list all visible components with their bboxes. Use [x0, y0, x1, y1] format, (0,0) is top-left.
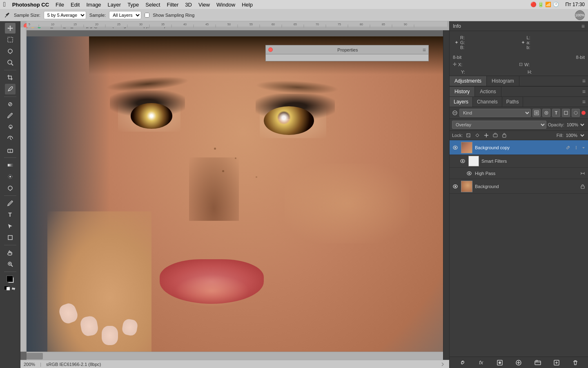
shape-tool[interactable]	[5, 232, 16, 243]
layer-visibility-background[interactable]	[452, 183, 459, 190]
add-style-btn[interactable]: fx	[477, 359, 485, 367]
layer-item-background[interactable]: Background	[450, 179, 588, 194]
svg-text:85: 85	[382, 23, 385, 26]
lock-icon-background	[580, 184, 586, 189]
layers-panel-menu[interactable]: ≡	[580, 97, 588, 107]
filter-smart-btn[interactable]	[572, 109, 580, 117]
history-panel-menu[interactable]: ≡	[580, 87, 588, 96]
show-sampling-ring-checkbox[interactable]	[145, 13, 149, 18]
type-tool[interactable]: T	[5, 209, 16, 220]
lock-artboard-btn[interactable]	[492, 132, 499, 139]
tab-actions[interactable]: Actions	[475, 87, 501, 96]
sample-size-select[interactable]: 5 by 5 Average	[44, 11, 86, 19]
add-mask-btn[interactable]	[496, 359, 504, 367]
image-menu[interactable]: Image	[86, 2, 101, 8]
add-adjustment-btn[interactable]	[514, 359, 523, 367]
lock-transparent-btn[interactable]	[465, 132, 472, 139]
lock-image-btn[interactable]	[474, 132, 481, 139]
create-group-btn[interactable]	[534, 359, 542, 367]
brush-tool[interactable]	[5, 110, 16, 121]
file-menu[interactable]: File	[56, 2, 64, 8]
svg-point-74	[576, 146, 577, 147]
window-menu[interactable]: Window	[216, 2, 235, 8]
info-panel-menu-icon[interactable]: ≡	[581, 23, 585, 29]
default-colors-icon[interactable]	[4, 286, 10, 290]
hand-tool[interactable]	[5, 247, 16, 258]
apple-menu[interactable]: 	[3, 1, 6, 8]
adjustments-panel-menu[interactable]: ≡	[580, 76, 588, 86]
layer-expand-icon[interactable]	[581, 146, 586, 150]
layer-visibility-smart-filters[interactable]	[459, 158, 466, 164]
layer-visibility-high-pass[interactable]	[466, 170, 472, 177]
history-panel: History Actions ≡	[450, 87, 588, 97]
swap-colors-icon[interactable]	[11, 286, 16, 291]
filter-shape-btn[interactable]	[562, 109, 570, 117]
tab-layers[interactable]: Layers	[450, 97, 473, 107]
fill-dropdown[interactable]: ▾	[580, 132, 586, 138]
marquee-tool[interactable]	[5, 34, 16, 45]
filter-text-btn[interactable]: T	[552, 109, 560, 117]
layer-item-high-pass[interactable]: High Pass	[450, 168, 588, 179]
gradient-tool[interactable]	[5, 160, 16, 171]
filter-options-icon[interactable]	[580, 171, 586, 176]
link-layers-btn[interactable]	[458, 359, 466, 367]
dodge-tool[interactable]	[5, 183, 16, 193]
eyedropper2-icon: ✦	[521, 40, 525, 45]
filter-adjustment-btn[interactable]	[542, 109, 550, 117]
filter-toggle-dot[interactable]	[581, 111, 586, 115]
layer-menu[interactable]: Layer	[108, 2, 121, 8]
opacity-dropdown[interactable]: ▾	[580, 122, 586, 128]
tab-paths[interactable]: Paths	[502, 97, 523, 107]
horizontal-scrollbar[interactable]	[27, 352, 449, 360]
status-arrow-icon[interactable]	[439, 361, 446, 368]
status-separator: |	[40, 362, 41, 367]
blur-tool[interactable]	[5, 171, 16, 182]
tool-divider-3	[4, 157, 16, 158]
help-menu[interactable]: Help	[242, 2, 253, 8]
app-menu[interactable]: Photoshop CC	[12, 2, 49, 8]
scrollbar-thumb[interactable]	[27, 353, 43, 359]
pen-tool[interactable]	[5, 198, 16, 209]
delete-layer-btn[interactable]	[571, 359, 579, 367]
path-selection-tool[interactable]	[5, 221, 16, 231]
layer-item-background-copy[interactable]: Background copy	[450, 140, 588, 155]
layer-visibility-background-copy[interactable]	[452, 144, 459, 151]
lasso-tool[interactable]	[5, 46, 16, 56]
zoom-tool[interactable]	[5, 259, 16, 269]
properties-menu-icon[interactable]: ≡	[423, 47, 426, 53]
edit-menu[interactable]: Edit	[71, 2, 80, 8]
layer-kind-select[interactable]: Kind	[459, 109, 531, 117]
eyedropper-tool[interactable]	[5, 84, 16, 94]
crop-tool[interactable]	[5, 72, 16, 83]
healing-brush-tool[interactable]	[5, 99, 16, 110]
filter-menu[interactable]: Filter	[167, 2, 178, 8]
tab-channels[interactable]: Channels	[473, 97, 502, 107]
view-menu[interactable]: View	[198, 2, 210, 8]
sample-select[interactable]: All Layers	[109, 11, 141, 19]
layer-item-smart-filters[interactable]: Smart Filters	[450, 155, 588, 168]
tab-adjustments[interactable]: Adjustments	[450, 76, 487, 86]
3d-menu[interactable]: 3D	[185, 2, 192, 8]
clone-stamp-tool[interactable]	[5, 122, 16, 132]
properties-close-button[interactable]	[268, 47, 273, 52]
quick-select-tool[interactable]	[5, 57, 16, 68]
lock-position-btn[interactable]	[483, 132, 490, 139]
type-menu[interactable]: Type	[127, 2, 139, 8]
create-layer-btn[interactable]	[552, 359, 561, 367]
filter-pixel-btn[interactable]	[532, 109, 541, 117]
tab-histogram[interactable]: Histogram	[487, 76, 519, 86]
history-brush-tool[interactable]	[5, 133, 16, 144]
svg-line-17	[11, 265, 13, 267]
blend-mode-select[interactable]: Overlay	[452, 121, 546, 129]
tab-history[interactable]: History	[450, 87, 475, 96]
eraser-tool[interactable]	[5, 145, 16, 155]
svg-text:55: 55	[249, 23, 253, 26]
lock-all-btn[interactable]	[501, 132, 508, 139]
properties-dialog: Properties ≡	[265, 45, 429, 61]
info-panel-header[interactable]: Info ≡	[450, 21, 588, 31]
right-panel: Info ≡ ✦ R: G:	[449, 21, 588, 368]
foreground-color[interactable]	[5, 274, 16, 285]
select-menu[interactable]: Select	[145, 2, 160, 8]
move-tool[interactable]	[5, 23, 16, 34]
show-sampling-ring-label: Show Sampling Ring	[153, 13, 194, 18]
